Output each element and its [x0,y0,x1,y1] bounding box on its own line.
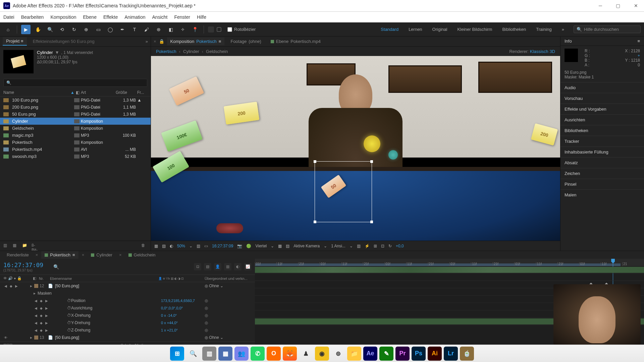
roi-icon[interactable]: ▭ [204,244,208,248]
ellipse-tool-icon[interactable]: ◯ [106,25,115,34]
app-brown-icon[interactable]: 🍵 [460,347,474,361]
close-button[interactable]: ✕ [631,2,641,10]
renderer-dropdown[interactable]: Klassisch 3D [530,49,555,54]
project-item[interactable]: Pokertisch.mp4AVI... MB [0,146,151,153]
menu-effekte[interactable]: Effekte [103,14,118,20]
side-panel-header[interactable]: Pinsel [560,179,644,189]
home-icon[interactable]: ⌂ [3,25,13,34]
label-color-icon[interactable] [74,155,79,159]
workspace-original[interactable]: Original [432,27,447,32]
lock-col-icon[interactable]: 🔒 [17,276,22,281]
tab-renderliste[interactable]: Renderliste [3,251,32,259]
premiere-icon[interactable]: Pr [395,347,410,361]
menu-hilfe[interactable]: Hilfe [197,14,206,20]
teams-icon[interactable]: 👥 [234,347,249,361]
project-item[interactable]: 200 Euro.pngPNG-Datei1,1 MB [0,104,151,111]
project-search-input[interactable] [3,79,147,87]
stroke-swatch-icon[interactable] [217,27,221,32]
tab-ebene[interactable]: Ebene Pokertisch.mp4 [267,38,324,45]
timeline-search-icon[interactable]: 🔍 [53,264,59,269]
transparency-grid-icon[interactable]: ▧ [162,244,166,248]
workspace-overflow-icon[interactable]: » [562,27,564,32]
fast-preview-icon[interactable]: ⚡ [365,244,370,248]
tab-timeline-cylinder[interactable]: Cylinder [88,251,116,259]
brush-tool-icon[interactable]: 🖌 [142,25,151,34]
hand-tool-icon[interactable]: ✋ [33,25,43,34]
layer-selection-box[interactable] [315,161,372,222]
breadcrumb-pokertisch[interactable]: Pokertisch [156,49,176,54]
tab-komposition[interactable]: Komposition Pokertisch ≡ [167,38,225,45]
type-tool-icon[interactable]: T [130,25,139,34]
clone-tool-icon[interactable]: ⊛ [154,25,163,34]
label-color-icon[interactable] [74,140,79,144]
label-color-icon[interactable] [74,119,79,123]
project-column-headers[interactable]: Name ▲ ◧ Art Größe Fr... [0,89,151,97]
tab-timeline-geldschein[interactable]: Geldschein [125,251,159,259]
taskbar-search-icon[interactable]: 🔍 [186,347,200,361]
rect-tool-icon[interactable]: ▭ [94,25,103,34]
app-green-icon[interactable]: ✎ [379,347,393,361]
puppet-tool-icon[interactable]: 📍 [190,25,200,34]
channel-icon[interactable]: 🟢 [246,244,251,248]
project-item[interactable]: GeldscheinKomposition [0,125,151,132]
side-panel-header[interactable]: Absatz [560,157,644,168]
exposure-value[interactable]: +0,0 [396,244,404,248]
layer-row-13[interactable]: 👁 ▸ 13 📄 [50 Euro.png] ◎ Ohne ⌄ [0,334,255,341]
label-column-icon[interactable]: ◧ [76,90,79,95]
tab-effekteinstellungen[interactable]: Effekteinstellungen 50 Euro.png [30,38,98,45]
label-color-icon[interactable] [74,147,79,152]
transform-property-row[interactable]: ◀◆▶⏱ Z-Drehung1 x +21,0°◎ [0,326,255,334]
bit-depth-toggle[interactable]: 8-Bit-Kanal [32,243,38,249]
zoom-arrow-icon[interactable]: ⌄ [189,244,193,248]
tracker-point-marker[interactable] [388,150,398,160]
pan-behind-tool-icon[interactable]: ⊕ [82,25,91,34]
side-panel-header[interactable]: Audio [560,82,644,93]
zoom-dropdown[interactable]: 50% [177,244,185,248]
workspace-lernen[interactable]: Lernen [409,27,422,32]
pen-tool-icon[interactable]: ✒ [118,25,127,34]
project-item[interactable]: CylinderKomposition [0,118,151,125]
flowchart-icon[interactable]: ⊡ [381,244,384,248]
side-panel-header[interactable]: Tracker [560,136,644,146]
label-color-icon[interactable] [74,126,79,130]
new-comp-icon[interactable]: ▦ [13,243,19,249]
maximize-button[interactable]: ▢ [613,2,623,10]
app-yellow-icon[interactable]: ◉ [315,347,329,361]
menu-komposition[interactable]: Komposition [50,14,76,20]
motion-blur-icon[interactable]: ◐ [234,263,241,270]
guides-icon[interactable]: ▤ [286,244,289,248]
tab-footage[interactable]: Footage (ohne) [227,38,264,45]
comp-mini-flowchart-icon[interactable]: ⊡ [194,263,201,270]
rotate-tool-icon[interactable]: ↻ [69,25,79,34]
new-folder-icon[interactable]: 📁 [22,243,28,249]
transform-property-row[interactable]: ◀◆▶⏱ X-Drehung0 x -14,0°◎ [0,312,255,319]
exposure-reset-icon[interactable]: ↻ [388,244,392,248]
label-color-icon[interactable] [74,98,79,102]
roto-tool-icon[interactable]: ✧ [178,25,187,34]
trash-icon[interactable]: 🗑 [141,243,147,249]
project-item[interactable]: 100 Euro.pngPNG-Datei1,3 MB▲ [0,97,151,104]
frame-blend-icon[interactable]: ▥ [224,263,231,270]
menu-bearbeiten[interactable]: Bearbeiten [21,14,44,20]
project-item[interactable]: PokertischKomposition [0,139,151,146]
eraser-tool-icon[interactable]: ◧ [166,25,175,34]
side-panel-header[interactable]: Vorschau [560,93,644,104]
transform-property-row[interactable]: ◀◆▶⏱ Position173,9,2185,4,6560,7◎ [0,297,255,304]
lightroom-icon[interactable]: Lr [444,347,458,361]
timeline-icon[interactable]: ⊞ [374,244,377,248]
project-item[interactable]: 50 Euro.pngPNG-Datei1,3 MB [0,111,151,118]
explorer-icon[interactable]: 📁 [347,347,361,361]
info-panel-header[interactable]: Info≡ [560,37,644,46]
tab-projekt[interactable]: Projekt ≡ [3,37,27,46]
side-panel-header[interactable]: Zeichen [560,168,644,179]
audio-col-icon[interactable]: 🔊 [8,276,13,281]
illustrator-icon[interactable]: Ai [428,347,442,361]
side-panel-header[interactable]: Ausrichten [560,114,644,125]
whatsapp-icon[interactable]: ✆ [251,347,265,361]
rotobezier-checkbox[interactable]: RotoBézier [227,27,256,32]
side-panel-header[interactable]: Malen [560,189,644,200]
menu-ebene[interactable]: Ebene [83,14,96,20]
app-orange-icon[interactable]: O [267,347,281,361]
app-figure-icon[interactable]: ♟ [299,347,313,361]
side-panel-header[interactable]: Inhaltsbasierte Füllung [560,146,644,157]
